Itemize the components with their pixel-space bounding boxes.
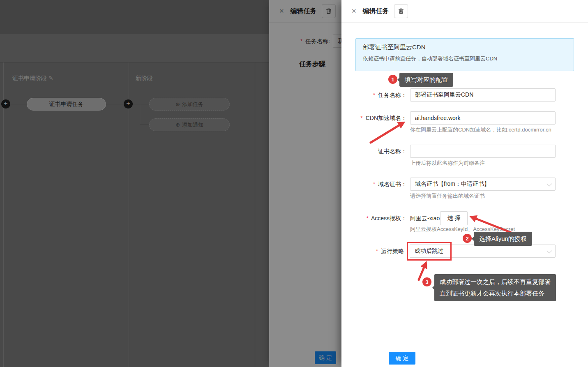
annotation-tooltip-2: 选择Aliyun的授权 <box>474 232 532 246</box>
add-task-button[interactable]: ⊕ 添加任务 <box>149 98 230 111</box>
add-stage-button[interactable]: + <box>1 99 10 108</box>
add-stage-button[interactable]: + <box>124 99 133 108</box>
plus-circle-icon: ⊕ <box>175 122 180 128</box>
cdn-domain-input[interactable] <box>410 111 556 125</box>
annotation-badge-2: 2 <box>463 234 472 243</box>
alert-description: 依赖证书申请前置任务，自动部署域名证书至阿里云CDN <box>363 55 567 62</box>
chevron-down-icon <box>547 181 552 186</box>
connector <box>10 104 27 104</box>
add-notification-button[interactable]: ⊕ 添加通知 <box>149 118 230 131</box>
close-icon[interactable]: ✕ <box>279 7 284 15</box>
annotation-badge-3: 3 <box>422 277 431 286</box>
edit-pencil-icon[interactable]: ✎ <box>48 75 53 81</box>
required-mark: * <box>366 215 368 222</box>
close-icon[interactable]: ✕ <box>351 7 357 15</box>
required-mark: * <box>373 92 375 98</box>
connector <box>140 104 140 125</box>
task-node-cert-request[interactable]: 证书申请任务 <box>27 98 106 111</box>
plus-circle-icon: ⊕ <box>175 101 180 107</box>
alert-title: 部署证书至阿里云CDN <box>363 44 567 51</box>
delete-task-button[interactable] <box>322 4 336 18</box>
cert-name-input[interactable] <box>410 145 556 158</box>
field-label: * 任务名称： <box>341 88 407 102</box>
field-label: * 域名证书： <box>341 178 407 191</box>
access-select-button[interactable]: 选 择 <box>440 211 468 225</box>
plugin-info-alert: 部署证书至阿里云CDN 依赖证书申请前置任务，自动部署域名证书至阿里云CDN <box>355 38 574 71</box>
task-steps-heading: 任务步骤 <box>299 60 325 69</box>
field-label: * 任务名称: <box>269 35 330 48</box>
annotation-arrow-1 <box>371 123 403 143</box>
stage-column-divider <box>255 62 255 367</box>
run-strategy-select[interactable]: 成功后跳过 <box>410 245 556 258</box>
delete-task-button[interactable] <box>394 4 408 18</box>
stage-title-new-stage: 新阶段 <box>136 75 153 82</box>
field-label: * CDN加速域名： <box>341 111 407 125</box>
field-hint: 上传后将以此名称作为前缀备注 <box>410 159 485 167</box>
required-mark: * <box>360 115 362 121</box>
annotation-badge-1: 1 <box>388 75 397 84</box>
task-name-input[interactable] <box>410 88 556 102</box>
field-hint: 你在阿里云上配置的CDN加速域名，比如:certd.docmirror.cn <box>410 126 551 134</box>
drawer-title: 编辑任务 <box>291 7 317 16</box>
required-mark: * <box>300 38 302 44</box>
annotation-tooltip-1: 填写对应的配置 <box>399 73 453 87</box>
required-mark: * <box>376 248 378 254</box>
connector <box>140 125 149 125</box>
domain-cert-select[interactable]: 域名证书【from：申请证书】 <box>410 178 556 191</box>
field-hint: 请选择前置任务输出的域名证书 <box>410 192 485 200</box>
stage-title-cert-request: 证书申请阶段 ✎ <box>12 75 53 82</box>
field-label: * Access授权： <box>341 212 407 225</box>
confirm-button[interactable]: 确 定 <box>315 351 336 364</box>
annotation-tooltip-3: 成功部署过一次之后，后续不再重复部署 直到证书更新才会再次执行本部署任务 <box>434 274 556 301</box>
trash-icon <box>398 8 404 14</box>
edit-task-drawer: ✕ 编辑任务 部署证书至阿里云CDN 依赖证书申请前置任务，自动部署域名证书至阿… <box>341 0 588 367</box>
trash-icon <box>325 8 332 14</box>
field-label: 证书名称： <box>341 145 407 158</box>
drawer-title: 编辑任务 <box>363 7 389 16</box>
chevron-down-icon <box>547 248 552 253</box>
drawer-header: ✕ 编辑任务 <box>341 0 588 23</box>
connector <box>106 104 124 104</box>
connector <box>133 104 149 104</box>
confirm-button[interactable]: 确 定 <box>389 352 415 365</box>
field-label: * 运行策略 <box>341 245 404 258</box>
access-value: 阿里云-xiao <box>410 211 440 225</box>
required-mark: * <box>373 181 375 187</box>
